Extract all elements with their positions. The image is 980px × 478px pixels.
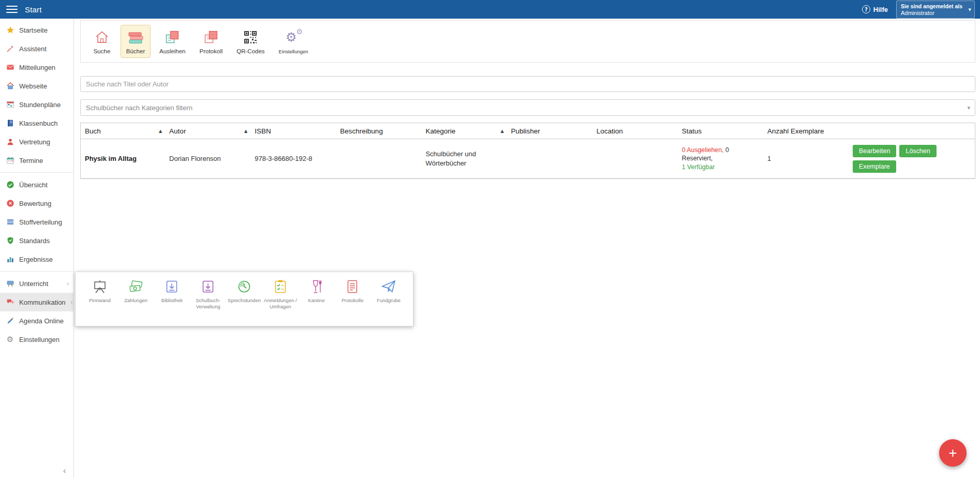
books-table: Buch ▲ Autor ▲ ISBN Beschreibung Kategor… <box>80 123 975 179</box>
sidebar-item-label: Unterricht <box>19 280 48 288</box>
tab-qr-codes[interactable]: QR-Codes <box>231 25 270 58</box>
tab-protokoll[interactable]: Protokoll <box>195 25 228 58</box>
chevron-right-icon: › <box>66 279 69 288</box>
sidebar-item-mitteilungen[interactable]: Mitteilungen <box>0 58 73 77</box>
cell-location <box>593 156 679 162</box>
book-stack-icon <box>127 28 144 47</box>
tab-suche[interactable]: Suche <box>87 25 117 58</box>
sidebar-item-label: Bewertung <box>19 200 51 207</box>
popup-item-label: Kantine <box>308 297 324 304</box>
tab-einstellungen[interactable]: ⚙⚙ Einstellungen <box>274 25 314 58</box>
column-header-isbn[interactable]: ISBN <box>251 127 337 135</box>
sidebar-item-label: Standards <box>19 237 50 245</box>
column-header-beschreibung[interactable]: Beschreibung <box>337 127 422 135</box>
sidebar-item-unterricht[interactable]: Unterricht › <box>0 274 73 293</box>
sidebar-item-label: Einstellungen <box>19 336 60 343</box>
sidebar-item-klassenbuch[interactable]: Klassenbuch <box>0 114 73 132</box>
status-verfuegbar: 1 Verfügbar <box>682 163 715 171</box>
sidebar-item-webseite[interactable]: Webseite <box>0 77 73 95</box>
table-row[interactable]: Physik im Alltag Dorian Florenson 978-3-… <box>81 139 975 178</box>
column-header-autor[interactable]: Autor ▲ <box>166 127 251 135</box>
column-header-buch[interactable]: Buch ▲ <box>81 127 166 135</box>
library-download-icon <box>165 278 179 295</box>
sidebar-item-label: Vertretung <box>19 138 50 146</box>
chevron-down-icon: ▾ <box>968 6 971 13</box>
sidebar-item-assistent[interactable]: Assistent <box>0 39 73 58</box>
sort-asc-icon: ▲ <box>159 129 162 133</box>
sidebar-item-bewertung[interactable]: Bewertung <box>0 194 73 213</box>
speech-bubbles-icon <box>6 298 14 307</box>
login-user-name: Administrator <box>901 10 963 16</box>
popup-item-sprechstunden[interactable]: Sprechstunden <box>226 278 262 322</box>
popup-item-label: Bibliothek <box>161 297 183 304</box>
popup-item-zahlungen[interactable]: Zahlungen <box>118 278 154 322</box>
popup-item-kantine[interactable]: Kantine <box>299 278 335 322</box>
module-toolbar: Suche Bücher Ausleihen Protokoll QR-Code <box>80 20 975 63</box>
sidebar-item-label: Übersicht <box>19 181 48 189</box>
sidebar-item-stoffverteilung[interactable]: Stoffverteilung <box>0 213 73 231</box>
cell-autor: Dorian Florenson <box>166 151 251 167</box>
user-menu[interactable]: Sie sind angemeldet als Administrator ▾ <box>896 1 975 19</box>
sidebar-item-vertretung[interactable]: Vertretung <box>0 132 73 151</box>
calendar-icon <box>6 156 14 165</box>
menu-icon[interactable] <box>6 6 18 13</box>
mail-icon <box>6 63 14 72</box>
sidebar-item-startseite[interactable]: Startseite <box>0 21 73 39</box>
person-icon <box>6 138 14 146</box>
popup-item-bibliothek[interactable]: Bibliothek <box>154 278 190 322</box>
tab-buecher[interactable]: Bücher <box>121 25 151 58</box>
sidebar-item-label: Agenda Online <box>19 317 64 325</box>
tab-label: QR-Codes <box>236 48 264 54</box>
popup-item-protokolle[interactable]: Protokolle <box>334 278 370 322</box>
add-book-fab[interactable]: + <box>939 439 967 467</box>
glass-fork-icon <box>309 278 324 295</box>
main-content: Suche Bücher Ausleihen Protokoll QR-Code <box>74 19 980 478</box>
popup-item-fundgrube[interactable]: Fundgrube <box>370 278 407 322</box>
sidebar-item-stundenplaene[interactable]: Stundenpläne <box>0 95 73 114</box>
sidebar-item-label: Mitteilungen <box>19 64 55 71</box>
search-input[interactable] <box>80 76 975 92</box>
popup-item-pinnwand[interactable]: Pinnwand <box>82 278 118 322</box>
sidebar-divider <box>0 271 73 272</box>
sidebar-item-label: Ergebnisse <box>19 256 53 263</box>
sidebar-item-ergebnisse[interactable]: Ergebnisse <box>0 250 73 268</box>
edit-button[interactable]: Bearbeiten <box>853 145 896 157</box>
popup-item-anmeldungen-umfragen[interactable]: Anmeldungen / Umfragen <box>262 278 299 322</box>
sidebar-collapse-icon[interactable]: ‹ <box>63 466 66 476</box>
category-filter[interactable]: Schulbücher nach Kategorien filtern ▾ <box>80 99 975 116</box>
copies-button[interactable]: Exemplare <box>853 160 896 173</box>
delete-button[interactable]: Löschen <box>899 145 936 157</box>
sidebar-item-kommunikation[interactable]: Kommunikation › <box>0 293 73 311</box>
popup-item-label: Sprechstunden <box>228 297 261 304</box>
sidebar-item-einstellungen[interactable]: ⚙ Einstellungen <box>0 330 73 349</box>
status-line-2: 1 Verfügbar <box>682 163 761 172</box>
star-icon <box>6 26 14 35</box>
tab-label: Suche <box>94 48 111 54</box>
magic-wand-icon <box>6 44 14 53</box>
column-header-publisher[interactable]: Publisher <box>508 127 593 135</box>
table-header: Buch ▲ Autor ▲ ISBN Beschreibung Kategor… <box>81 123 975 139</box>
sidebar-item-termine[interactable]: Termine <box>0 151 73 170</box>
sidebar-item-standards[interactable]: Standards <box>0 231 73 250</box>
sidebar-item-label: Klassenbuch <box>19 119 57 127</box>
help-button[interactable]: ? Hilfe <box>862 5 888 13</box>
column-header-status[interactable]: Status <box>679 127 764 135</box>
cell-buch: Physik im Alltag <box>81 151 166 167</box>
cell-isbn: 978-3-86680-192-8 <box>251 151 337 167</box>
check-circle-icon <box>6 181 14 189</box>
sidebar-item-uebersicht[interactable]: Übersicht <box>0 175 73 194</box>
popup-item-schulbuch-verwaltung[interactable]: Schulbuch-Verwaltung <box>190 278 226 322</box>
sidebar-item-agenda-online[interactable]: Agenda Online <box>0 311 73 330</box>
column-header-kategorie[interactable]: Kategorie ▲ <box>422 127 508 135</box>
sidebar-item-label: Kommunikation <box>19 298 66 306</box>
bar-chart-icon <box>6 255 14 264</box>
status-ausgeliehen: 0 Ausgeliehen, <box>682 146 724 154</box>
popup-item-label: Pinnwand <box>89 297 111 304</box>
tab-ausleihen[interactable]: Ausleihen <box>154 25 191 58</box>
pencil-icon <box>6 317 14 325</box>
money-icon <box>128 278 144 295</box>
column-header-location[interactable]: Location <box>593 127 679 135</box>
home-icon <box>6 82 14 91</box>
topbar-right: ? Hilfe Sie sind angemeldet als Administ… <box>862 1 975 19</box>
column-header-anzahl-exemplare[interactable]: Anzahl Exemplare <box>764 127 850 135</box>
